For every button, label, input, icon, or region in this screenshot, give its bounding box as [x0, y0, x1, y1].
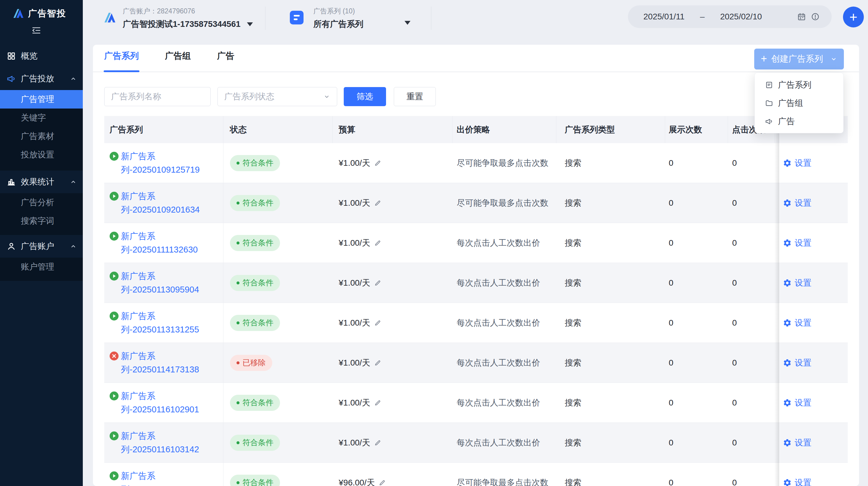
- row-settings-button[interactable]: 设置: [783, 437, 811, 449]
- status-play-icon: [110, 192, 119, 201]
- campaign-status-select-placeholder: 广告系列状态: [224, 91, 274, 102]
- menu-item-label: 广告系列: [778, 79, 811, 91]
- status-play-icon: [110, 392, 119, 400]
- edit-budget-icon[interactable]: [374, 319, 381, 327]
- tab-ads[interactable]: 广告: [217, 50, 235, 72]
- sidebar-item-search-terms[interactable]: 搜索字词: [0, 212, 83, 230]
- sidebar-item-ad-creatives[interactable]: 广告素材: [0, 127, 83, 145]
- tab-campaigns[interactable]: 广告系列: [104, 50, 139, 72]
- menu-item-label: 广告: [778, 116, 795, 127]
- collapse-sidebar-icon[interactable]: [30, 25, 42, 36]
- date-range-picker[interactable]: 2025/01/11 – 2025/02/10: [628, 5, 832, 28]
- edit-budget-icon[interactable]: [374, 199, 381, 207]
- type-value: 搜索: [565, 437, 582, 449]
- budget-value: ¥1.00/天: [339, 158, 370, 169]
- menu-item-create-campaign[interactable]: 广告系列: [755, 76, 843, 94]
- column-header-impressions: 展示次数: [665, 116, 728, 143]
- topbar-divider: [431, 6, 431, 30]
- bar-chart-icon: [6, 177, 16, 187]
- date-range-start[interactable]: 2025/01/11: [643, 12, 684, 22]
- campaign-name-input[interactable]: [104, 87, 211, 106]
- menu-item-create-ad-group[interactable]: 广告组: [755, 94, 843, 112]
- campaign-name-link[interactable]: 新广告系列-20250113095904: [121, 269, 219, 296]
- plus-icon: +: [849, 9, 858, 25]
- row-settings-button[interactable]: 设置: [783, 397, 811, 408]
- filter-bar: 广告系列状态 筛选 重置: [93, 87, 859, 106]
- grid-icon: [6, 51, 16, 61]
- app-logo: 广告智投: [12, 7, 66, 20]
- status-play-icon: [110, 271, 119, 281]
- add-button[interactable]: +: [843, 6, 864, 27]
- edit-budget-icon[interactable]: [374, 239, 381, 247]
- sidebar-item-ad-analysis[interactable]: 广告分析: [0, 193, 83, 212]
- budget-value: ¥1.00/天: [339, 397, 370, 408]
- campaign-name-link[interactable]: 新广告系列-20250116103142: [121, 429, 219, 456]
- status-badge: 符合条件: [230, 275, 280, 291]
- edit-budget-icon[interactable]: [374, 159, 381, 167]
- type-value: 搜索: [565, 477, 582, 486]
- topbar-divider: [265, 6, 266, 30]
- status-removed-icon: [110, 351, 119, 361]
- date-range-end[interactable]: 2025/02/10: [720, 12, 762, 22]
- edit-budget-icon[interactable]: [374, 279, 381, 287]
- row-settings-button[interactable]: 设置: [783, 237, 811, 249]
- type-value: 搜索: [565, 357, 582, 369]
- sidebar-item-ad-management[interactable]: 广告管理: [0, 90, 83, 109]
- sidebar-item-label: 概览: [21, 50, 37, 62]
- row-settings-button[interactable]: 设置: [783, 357, 811, 369]
- strategy-value: 每次点击人工次数出价: [457, 357, 540, 369]
- row-settings-button[interactable]: 设置: [783, 277, 811, 289]
- sidebar-item-account-management[interactable]: 账户管理: [0, 258, 83, 276]
- chevron-up-icon: [70, 178, 77, 185]
- status-badge: 符合条件: [230, 395, 280, 411]
- sidebar-item-performance-stats[interactable]: 效果统计: [0, 171, 83, 193]
- sidebar-item-ad-account[interactable]: 广告账户: [0, 235, 83, 258]
- sidebar-item-keywords[interactable]: 关键字: [0, 109, 83, 127]
- menu-item-create-ad[interactable]: 广告: [755, 112, 843, 130]
- create-campaign-button[interactable]: + 创建广告系列: [754, 49, 844, 69]
- impressions-value: 0: [669, 318, 674, 328]
- row-settings-button[interactable]: 设置: [783, 158, 811, 169]
- menu-item-label: 广告组: [778, 97, 803, 109]
- calendar-icon[interactable]: [797, 12, 806, 21]
- table-body: 新广告系列-20250109125719 符合条件 ¥1.00/天 尽可能争取最…: [104, 143, 848, 486]
- campaign-name-link[interactable]: 新广告系列-20250111132630: [121, 230, 219, 256]
- column-header-bid-strategy: 出价策略: [453, 116, 556, 143]
- sidebar-item-ad-delivery[interactable]: 广告投放: [0, 67, 83, 90]
- account-selector[interactable]: 广告账户：2824796076 广告智投测试1-1735875344561: [123, 6, 253, 30]
- reset-button[interactable]: 重置: [394, 87, 436, 106]
- impressions-value: 0: [669, 358, 674, 368]
- clicks-value: 0: [732, 398, 737, 407]
- sidebar-group-performance-stats: 广告分析 搜索字词: [0, 193, 83, 235]
- status-play-icon: [110, 471, 119, 480]
- sidebar-item-delivery-settings[interactable]: 投放设置: [0, 145, 83, 164]
- campaign-name-link[interactable]: 新广告系列-20250116102901: [121, 390, 219, 416]
- info-icon[interactable]: [811, 12, 820, 21]
- edit-budget-icon[interactable]: [374, 359, 381, 367]
- campaign-name-link[interactable]: 新广告系列-20250114173138: [121, 349, 219, 376]
- campaign-name-link[interactable]: 新广告系列-20250113131255: [121, 310, 219, 336]
- clicks-value: 0: [732, 198, 737, 208]
- settings-label: 设置: [795, 158, 811, 169]
- tab-ad-groups[interactable]: 广告组: [165, 50, 191, 72]
- row-settings-button[interactable]: 设置: [783, 477, 811, 486]
- sidebar-item-overview[interactable]: 概览: [0, 45, 83, 67]
- campaign-selector[interactable]: 广告系列 (10) 所有广告系列: [313, 6, 363, 30]
- settings-label: 设置: [795, 437, 811, 449]
- row-settings-button[interactable]: 设置: [783, 317, 811, 328]
- status-badge-label: 符合条件: [243, 158, 274, 168]
- chevron-down-icon: [323, 93, 330, 100]
- campaign-status-select[interactable]: 广告系列状态: [217, 87, 337, 106]
- campaign-name-link[interactable]: 新广告系列-20250109201634: [121, 190, 219, 217]
- gear-icon: [783, 438, 792, 447]
- filter-button[interactable]: 筛选: [344, 87, 386, 106]
- edit-budget-icon[interactable]: [374, 439, 381, 447]
- type-value: 搜索: [565, 317, 582, 328]
- campaign-name-link[interactable]: 新广告系列-20250117100922: [121, 469, 219, 486]
- row-settings-button[interactable]: 设置: [783, 197, 811, 209]
- edit-budget-icon[interactable]: [378, 479, 386, 486]
- column-header-campaign-type: 广告系列类型: [556, 116, 665, 143]
- table-row: 新广告系列-20250113095904 符合条件 ¥1.00/天 每次点击人工…: [104, 263, 848, 303]
- campaign-name-link[interactable]: 新广告系列-20250109125719: [121, 150, 219, 176]
- edit-budget-icon[interactable]: [374, 399, 381, 407]
